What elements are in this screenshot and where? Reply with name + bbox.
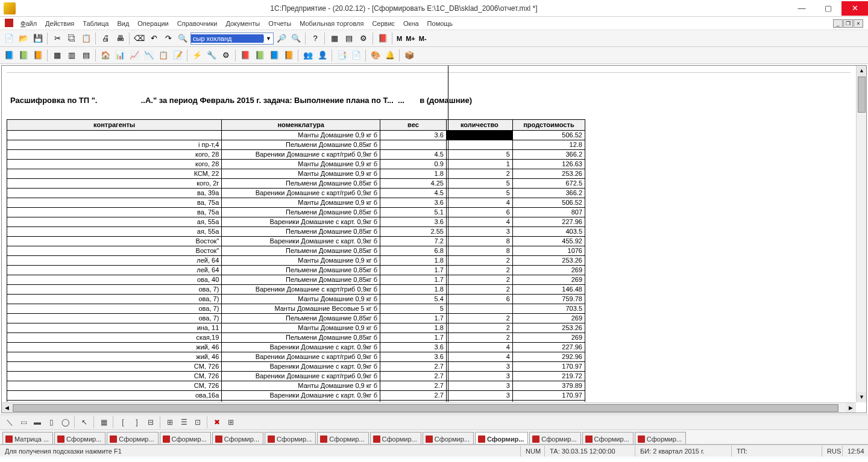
tb2-17[interactable]: 📗 [253,49,266,62]
table-cell[interactable]: Вареники Домашние с карт. 0,9кг б [222,217,380,227]
table-cell[interactable]: Вареники Домашние с карт/гриб 0,9кг б [222,189,380,198]
window-tab[interactable]: Сформир... [582,432,634,444]
book-icon[interactable]: 📕 [376,32,389,45]
table-row[interactable]: ая, 55аВареники Домашние с карт. 0,9кг б… [7,217,585,227]
table-cell[interactable]: лей, 64 [7,256,222,266]
table-cell[interactable] [446,140,512,150]
table-cell[interactable]: СМ, 726 [7,362,222,372]
menu-help[interactable]: Помощь [424,19,457,28]
tb2-15[interactable]: ⚙ [219,49,233,62]
grid-icon[interactable]: ▦ [98,416,110,428]
table-row[interactable]: жий, 46Вареники Домашние с карт. 0,9кг б… [7,343,585,352]
table-row[interactable]: ова,16аВареники Домашние с карт. 0,9кг б… [7,391,585,401]
tb2-23[interactable]: 📄 [350,49,363,62]
cols-icon[interactable]: ⊞ [164,416,176,428]
table-row[interactable]: жий, 46Вареники Домашние с карт/гриб 0,9… [7,352,585,362]
table-cell[interactable]: Манты Домашние 0,9 кг б [222,256,380,266]
table-cell[interactable]: ова, 7) [7,285,222,295]
table-cell[interactable]: 146.48 [512,285,585,295]
table-cell[interactable]: Манты Домашние Весовые 5 кг б [222,304,380,314]
table-cell[interactable]: 2 [446,256,512,266]
table-cell[interactable]: Восток" [7,246,222,256]
tb2-26[interactable]: 📦 [403,49,416,62]
table-cell[interactable]: 3.6 [380,198,446,208]
table-cell[interactable]: 2 [446,314,512,323]
tb2-19[interactable]: 📙 [282,49,295,62]
tb2-14[interactable]: 🔧 [205,49,218,62]
table-cell[interactable]: 1 [446,160,512,169]
table-cell[interactable]: 1.7 [380,333,446,343]
mplus-button[interactable]: М+ [404,35,417,42]
tb2-4[interactable]: ▦ [51,49,64,62]
table-row[interactable]: Восток"Пельмени Домашние 0,85кг б6.88107… [7,246,585,256]
delete-icon[interactable]: ⌫ [133,32,146,45]
table-row[interactable]: кого, 2гПельмени Домашние 0,85кг б4.2556… [7,179,585,189]
table-row[interactable]: лей, 64Пельмени Домашние 0,85кг б1.72269 [7,266,585,275]
table-cell[interactable]: Пельмени Домашние 0,85кг б [222,275,380,285]
table-cell[interactable]: Пельмени Домашние 0,85кг б [222,266,380,275]
table-cell[interactable]: 2 [446,333,512,343]
table-cell[interactable]: Пельмени Домашние 0,85кг б [222,314,380,323]
tb2-6[interactable]: ▤ [80,49,93,62]
table-row[interactable]: ова, 7)Вареники Домашние с карт/гриб 0,9… [7,285,585,295]
window-tab[interactable]: Сформир... [423,432,474,444]
table-cell[interactable]: лей, 64 [7,266,222,275]
table-row[interactable]: ова, 7)Манты Домашние 0,9 кг б5.46759.78 [7,295,585,304]
table-cell[interactable]: 2.55 [380,227,446,237]
table-cell[interactable]: 5 [446,189,512,198]
table-cell[interactable]: 3.6 [380,217,446,227]
table-cell[interactable]: 506.52 [512,198,585,208]
table-cell[interactable]: 506.52 [512,131,585,140]
preview-icon[interactable]: 🖶 [113,32,127,45]
find-prev-icon[interactable]: 🔍 [289,32,303,45]
table-cell[interactable]: 4.25 [380,179,446,189]
table-row[interactable]: СМ, 726Вареники Домашние с карт. 0,9кг б… [7,362,585,372]
table-cell[interactable]: Вареники Домашние с карт/гриб 0,9кг б [222,401,380,402]
table-cell[interactable]: 379.89 [512,381,585,391]
table-cell[interactable]: жий, 46 [7,352,222,362]
help-icon[interactable]: ? [309,32,322,45]
window-tab[interactable]: Сформир... [265,432,316,444]
window-tab[interactable]: Сформир... [107,432,158,444]
mdi-close[interactable]: × [854,19,863,28]
menu-service[interactable]: Сервис [368,19,398,28]
menu-actions[interactable]: Действия [42,19,78,28]
table-cell[interactable]: ская,19 [7,333,222,343]
table-cell[interactable]: 1.7 [380,266,446,275]
find-next-icon[interactable]: 🔎 [275,32,288,45]
table-cell[interactable]: 1.7 [380,314,446,323]
table-cell[interactable] [446,304,512,314]
hscroll-thumb[interactable] [13,404,838,412]
table-cell[interactable]: Пельмени Домашние 0,85кг б [222,246,380,256]
table-row[interactable]: Манты Домашние 0,9 кг б3.6506.52 [7,131,585,140]
table-cell[interactable]: ова, 40 [7,275,222,285]
mminus-button[interactable]: М- [418,35,428,42]
header-cost[interactable]: продстоимость [512,120,585,131]
tb2-7[interactable]: 🏠 [99,49,112,62]
table-cell[interactable]: Манты Домашние 0,9 кг б [222,295,380,304]
table-cell[interactable]: ова, 7) [7,295,222,304]
table-cell[interactable]: 4 [446,217,512,227]
table-cell[interactable]: кого, 28 [7,150,222,160]
pointer-icon[interactable]: ↖ [78,416,90,428]
table-cell[interactable]: 1.8 [380,256,446,266]
table-cell[interactable] [7,131,222,140]
table-cell[interactable]: 2.7 [380,401,446,402]
table-cell[interactable]: 807 [512,208,585,217]
table-cell[interactable]: 1.7 [380,275,446,285]
maximize-button[interactable]: ▢ [815,1,841,16]
table-cell[interactable]: 7.2 [380,237,446,246]
table-cell[interactable]: КСМ, 22 [7,169,222,179]
table-row[interactable]: кого, 28Манты Домашние 0,9 кг б0.91126.6… [7,160,585,169]
window-tab[interactable]: Сформир... [635,432,686,444]
table-cell[interactable]: Пельмени Домашние 0,85кг б [222,179,380,189]
tb2-8[interactable]: 📊 [113,49,127,62]
table-cell[interactable]: 4.5 [380,189,446,198]
table-cell[interactable]: 2 [446,323,512,333]
chevron-down-icon[interactable]: ▼ [263,36,273,42]
menu-docs[interactable]: Документы [222,19,263,28]
table-row[interactable]: СМ, 726Манты Домашние 0,9 кг б2.73379.89 [7,381,585,391]
table-cell[interactable]: СМ, 726 [7,372,222,381]
table-cell[interactable]: 170.97 [512,362,585,372]
table-cell[interactable]: 759.78 [512,295,585,304]
